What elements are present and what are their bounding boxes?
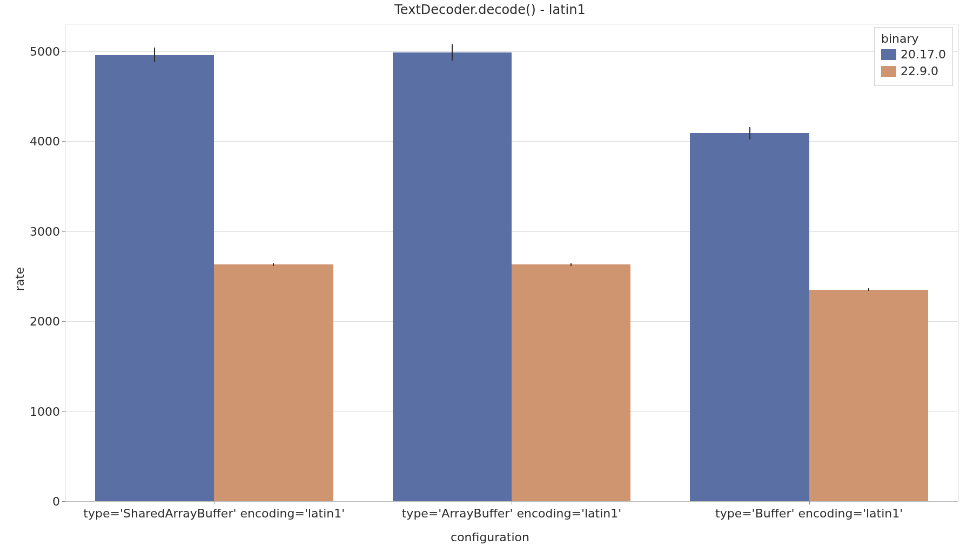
error-bar [154, 48, 155, 62]
x-tick-mark [809, 501, 810, 504]
bar [393, 52, 512, 501]
x-tick-label: type='Buffer' encoding='latin1' [715, 507, 903, 520]
x-tick-mark [214, 501, 214, 504]
y-tick-label: 0 [52, 495, 60, 508]
bar [95, 55, 214, 501]
y-tick-label: 5000 [30, 44, 60, 58]
x-tick-mark [512, 501, 512, 504]
chart-figure: TextDecoder.decode() - latin1 rate confi… [0, 0, 980, 558]
legend-entry: 20.17.0 [881, 46, 946, 63]
legend-swatch-icon [881, 66, 896, 77]
y-tick-mark [62, 411, 65, 412]
legend-entry-label: 20.17.0 [901, 46, 946, 63]
y-tick-mark [62, 231, 65, 232]
gridline [65, 51, 958, 52]
y-tick-label: 2000 [30, 315, 60, 328]
bar [809, 290, 928, 501]
error-bar [749, 127, 750, 140]
bar [214, 264, 333, 501]
y-tick-mark [62, 321, 65, 322]
y-tick-label: 1000 [30, 404, 60, 418]
error-bar [273, 263, 274, 266]
y-tick-label: 3000 [30, 224, 60, 238]
legend: binary 20.17.0 22.9.0 [874, 27, 953, 86]
y-tick-mark [62, 501, 65, 502]
x-tick-label: type='SharedArrayBuffer' encoding='latin… [83, 507, 345, 520]
x-axis-label: configuration [0, 530, 980, 544]
bar [512, 264, 630, 501]
legend-entry-label: 22.9.0 [901, 63, 938, 80]
y-tick-label: 4000 [30, 135, 60, 148]
error-bar [868, 288, 869, 291]
error-bar [570, 263, 572, 266]
chart-title: TextDecoder.decode() - latin1 [0, 2, 980, 17]
y-tick-mark [62, 51, 65, 52]
x-tick-label: type='ArrayBuffer' encoding='latin1' [402, 507, 622, 520]
y-tick-mark [62, 141, 65, 142]
legend-swatch-icon [881, 49, 896, 60]
error-bar [452, 44, 453, 61]
bar [690, 133, 809, 501]
y-axis-label: rate [13, 267, 26, 291]
plot-area: 010002000300040005000type='SharedArrayBu… [65, 24, 958, 502]
legend-title: binary [881, 32, 946, 45]
legend-entry: 22.9.0 [881, 63, 946, 80]
